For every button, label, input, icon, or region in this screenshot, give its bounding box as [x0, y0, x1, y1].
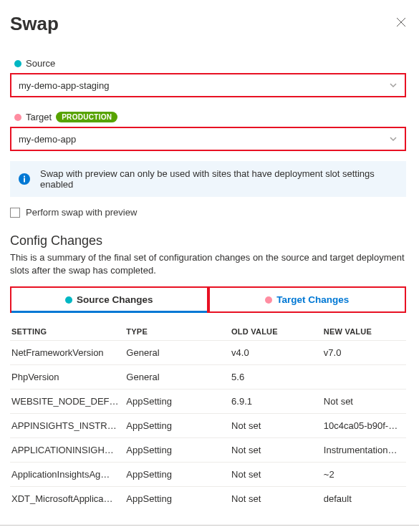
cell-new — [315, 365, 406, 390]
target-select[interactable]: my-demo-app — [10, 127, 406, 151]
cell-old: 6.9.1 — [220, 390, 315, 414]
cell-type: AppSetting — [125, 463, 220, 487]
cell-type: General — [125, 365, 220, 390]
cell-setting: ApplicationInsightsAg… — [10, 463, 125, 487]
table-row: PhpVersionGeneral5.6 — [10, 365, 406, 390]
tab-target-changes[interactable]: Target Changes — [208, 286, 407, 313]
col-new: NEW VALUE — [315, 323, 406, 341]
cell-old: v4.0 — [220, 341, 315, 365]
chevron-down-icon — [389, 81, 398, 90]
target-dot-icon — [265, 296, 272, 304]
info-text: Swap with preview can only be used with … — [40, 168, 398, 190]
cell-new: ~2 — [315, 463, 406, 487]
cell-old: Not set — [220, 414, 315, 438]
table-row: NetFrameworkVersionGeneralv4.0v7.0 — [10, 341, 406, 365]
source-field: Source my-demo-app-staging — [10, 58, 406, 97]
target-field: Target PRODUCTION my-demo-app — [10, 112, 406, 151]
svg-rect-3 — [24, 178, 25, 183]
source-label: Source — [26, 58, 55, 69]
cell-old: Not set — [220, 487, 315, 511]
config-heading: Config Changes — [10, 233, 406, 248]
cell-setting: XDT_MicrosoftApplica… — [10, 487, 125, 511]
cell-type: AppSetting — [125, 390, 220, 414]
cell-setting: WEBSITE_NODE_DEF… — [10, 390, 125, 414]
cell-old: Not set — [220, 463, 315, 487]
config-summary: This is a summary of the final set of co… — [10, 251, 406, 276]
table-row: ApplicationInsightsAg…AppSettingNot set~… — [10, 463, 406, 487]
table-row: APPINSIGHTS_INSTR…AppSettingNot set10c4c… — [10, 414, 406, 438]
col-setting: SETTING — [10, 323, 125, 341]
cell-new: InstrumentationKey=… — [315, 438, 406, 463]
cell-type: AppSetting — [125, 438, 220, 463]
tab-target-label: Target Changes — [276, 294, 349, 305]
table-row: WEBSITE_NODE_DEF…AppSetting6.9.1Not set — [10, 390, 406, 414]
cell-setting: APPINSIGHTS_INSTR… — [10, 414, 125, 438]
table-row: APPLICATIONINSIGH…AppSettingNot setInstr… — [10, 438, 406, 463]
info-banner: Swap with preview can only be used with … — [10, 161, 406, 197]
cell-setting: NetFrameworkVersion — [10, 341, 125, 365]
page-title: Swap — [10, 13, 59, 35]
source-dot-icon — [14, 60, 21, 67]
info-icon — [19, 173, 30, 185]
source-select[interactable]: my-demo-app-staging — [10, 73, 406, 97]
target-value: my-demo-app — [19, 134, 76, 145]
cell-new: v7.0 — [315, 341, 406, 365]
svg-rect-4 — [24, 176, 25, 178]
tab-source-changes[interactable]: Source Changes — [10, 286, 208, 313]
close-icon[interactable] — [396, 17, 406, 27]
cell-old: 5.6 — [220, 365, 315, 390]
cell-type: General — [125, 341, 220, 365]
cell-new: Not set — [315, 390, 406, 414]
chevron-down-icon — [389, 135, 398, 143]
source-value: my-demo-app-staging — [19, 80, 109, 91]
cell-new: 10c4ca05-b90f-451f-8… — [315, 414, 406, 438]
table-row: XDT_MicrosoftApplica…AppSettingNot setde… — [10, 487, 406, 511]
col-type: TYPE — [125, 323, 220, 341]
target-label: Target — [26, 112, 52, 122]
cell-new: default — [315, 487, 406, 511]
target-dot-icon — [14, 114, 21, 121]
config-table: SETTING TYPE OLD VALUE NEW VALUE NetFram… — [10, 323, 406, 511]
cell-type: AppSetting — [125, 487, 220, 511]
divider — [0, 525, 419, 526]
preview-checkbox-row[interactable]: Perform swap with preview — [10, 207, 406, 218]
production-badge: PRODUCTION — [56, 112, 117, 122]
cell-setting: APPLICATIONINSIGH… — [10, 438, 125, 463]
cell-old: Not set — [220, 438, 315, 463]
col-old: OLD VALUE — [220, 323, 315, 341]
checkbox-icon — [10, 208, 20, 218]
tab-source-label: Source Changes — [77, 294, 153, 305]
preview-label: Perform swap with preview — [26, 207, 137, 218]
cell-type: AppSetting — [125, 414, 220, 438]
source-dot-icon — [65, 296, 72, 304]
cell-setting: PhpVersion — [10, 365, 125, 390]
